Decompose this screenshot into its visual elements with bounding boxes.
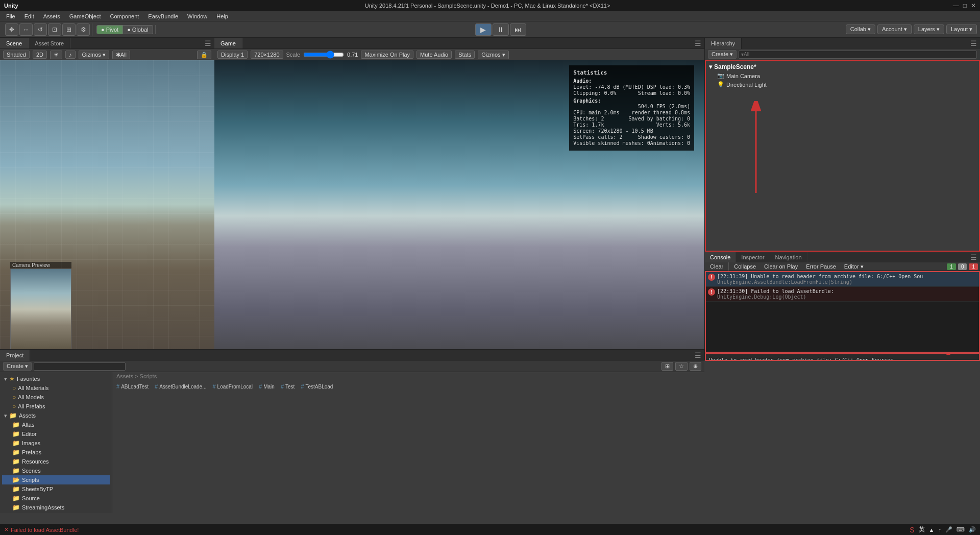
pause-button[interactable]: ⏸ xyxy=(493,23,509,36)
console-message-1[interactable]: ! [22:31:39] Unable to read header from … xyxy=(706,272,979,287)
navigation-tab[interactable]: Navigation xyxy=(770,252,807,262)
file-assetbundleloade[interactable]: # AssetBundleLoade... xyxy=(153,382,208,391)
all-models-item[interactable]: ○ All Models xyxy=(2,393,110,402)
menu-component[interactable]: Component xyxy=(106,12,143,20)
editor-label: Editor xyxy=(22,431,37,437)
resolution-dropdown[interactable]: 720×1280 xyxy=(251,51,283,59)
hierarchy-panel-menu[interactable]: ☰ xyxy=(967,38,980,48)
hierarchy-search[interactable] xyxy=(739,51,977,59)
shaded-dropdown[interactable]: Shaded xyxy=(3,51,30,59)
inspector-tab[interactable]: Inspector xyxy=(736,252,770,262)
2d-button[interactable]: 2D xyxy=(33,51,47,59)
hierarchy-tab[interactable]: Hierarchy xyxy=(705,38,742,49)
scene-canvas: Camera Preview xyxy=(0,60,214,360)
mute-audio-button[interactable]: Mute Audio xyxy=(416,51,452,59)
editor-item[interactable]: 📁 Editor xyxy=(2,429,110,439)
gizmos-dropdown[interactable]: Gizmos ▾ xyxy=(79,51,109,59)
close-button[interactable]: ✕ xyxy=(971,2,976,9)
file-main[interactable]: # Main xyxy=(257,382,277,391)
maximize-button[interactable]: □ xyxy=(963,2,967,9)
project-search[interactable] xyxy=(34,362,126,371)
inspector-panel-menu[interactable]: ☰ xyxy=(967,252,980,262)
console-message-2[interactable]: ! [22:31:30] Failed to load AssetBundle:… xyxy=(706,287,979,302)
menu-edit[interactable]: Edit xyxy=(20,12,38,20)
error-pause-button[interactable]: Error Pause xyxy=(803,263,839,270)
hierarchy-main-camera[interactable]: 📷 Main Camera xyxy=(707,71,978,80)
layers-button[interactable]: Layers ▾ xyxy=(914,25,944,34)
scene-tab[interactable]: Scene xyxy=(0,38,29,48)
clear-button[interactable]: Clear xyxy=(707,263,726,270)
source-item[interactable]: 📁 Source xyxy=(2,494,110,503)
hierarchy-directional-light[interactable]: 💡 Directional Light xyxy=(707,80,978,89)
all-materials-item[interactable]: ○ All Materials xyxy=(2,383,110,393)
scene-toolbar: Shaded 2D ☀ ♪ Gizmos ▾ ✱All 🔒 xyxy=(0,49,214,60)
scale-tool-button[interactable]: ⊡ xyxy=(48,23,61,36)
cs-icon-5: # xyxy=(281,383,284,390)
rotate-tool-button[interactable]: ↺ xyxy=(34,23,47,36)
console-tab[interactable]: Console xyxy=(705,252,736,262)
play-button[interactable]: ▶ xyxy=(475,23,492,36)
sheetsByTP-item[interactable]: 📁 SheetsByTP xyxy=(2,484,110,494)
editor-button[interactable]: Editor ▾ xyxy=(841,263,867,271)
game-panel-menu[interactable]: ☰ xyxy=(692,38,704,48)
hand-tool-button[interactable]: ✥ xyxy=(5,23,18,36)
move-tool-button[interactable]: ↔ xyxy=(19,23,33,36)
project-tab[interactable]: Project xyxy=(0,350,30,361)
rect-tool-button[interactable]: ⊞ xyxy=(62,23,76,36)
all-prefabs-item[interactable]: ○ All Prefabs xyxy=(2,402,110,411)
layout-button[interactable]: Layout ▾ xyxy=(946,25,977,34)
assets-path: Assets > Scripts xyxy=(116,373,157,379)
audio-button[interactable]: ♪ xyxy=(65,51,76,59)
collab-button[interactable]: Collab ▾ xyxy=(846,25,875,34)
maximize-on-play-button[interactable]: Maximize On Play xyxy=(361,51,413,59)
project-create-button[interactable]: Create ▾ xyxy=(3,362,32,371)
all-filter[interactable]: ✱All xyxy=(112,51,130,59)
project-panel-menu[interactable]: ☰ xyxy=(692,350,704,360)
pivot-button[interactable]: ● Pivot xyxy=(97,26,123,34)
hierarchy-scene-item[interactable]: ▾ SampleScene* xyxy=(707,62,978,71)
light-button[interactable]: ☀ xyxy=(50,51,62,59)
clear-on-play-button[interactable]: Clear on Play xyxy=(761,263,801,270)
account-button[interactable]: Account ▾ xyxy=(877,25,912,34)
file-testabload[interactable]: # TestABLoad xyxy=(299,382,335,391)
step-button[interactable]: ⏭ xyxy=(510,23,526,36)
taskbar-arrow-2: ↑ xyxy=(939,527,942,533)
scene-panel-menu[interactable]: ☰ xyxy=(202,38,214,48)
game-tab[interactable]: Game xyxy=(214,38,242,48)
collapse-button[interactable]: Collapse xyxy=(731,263,759,270)
pivot-global-toggle[interactable]: ● Pivot ● Global xyxy=(96,25,153,34)
prefabs-folder-item[interactable]: 📁 Prefabs xyxy=(2,448,110,457)
taskbar-lang: 英 xyxy=(919,525,925,534)
project-icon-btn-1[interactable]: ⊞ xyxy=(662,362,673,371)
transform-tool-button[interactable]: ⚙ xyxy=(77,23,90,36)
project-icon-btn-3[interactable]: ⊕ xyxy=(690,362,701,371)
resources-item[interactable]: 📁 Resources xyxy=(2,457,110,466)
project-icon-btn-2[interactable]: ☆ xyxy=(675,362,688,371)
menu-file[interactable]: File xyxy=(2,12,19,20)
menu-help[interactable]: Help xyxy=(212,12,232,20)
altas-item[interactable]: 📁 Altas xyxy=(2,420,110,429)
scale-slider[interactable] xyxy=(303,51,344,59)
stats-button[interactable]: Stats xyxy=(455,51,475,59)
scripts-item[interactable]: 📂 Scripts xyxy=(2,475,110,484)
file-test[interactable]: # Test xyxy=(279,382,297,391)
gizmos-game-dropdown[interactable]: Gizmos ▾ xyxy=(478,51,508,59)
global-button[interactable]: ● Global xyxy=(123,26,153,34)
asset-store-tab[interactable]: Asset Store xyxy=(29,38,70,48)
file-abloadtest[interactable]: # ABLoadTest xyxy=(114,382,151,391)
menu-easybundle[interactable]: EasyBundle xyxy=(144,12,182,20)
hierarchy-create-button[interactable]: Create ▾ xyxy=(708,50,737,59)
menu-gameobject[interactable]: GameObject xyxy=(65,12,105,20)
console-red-arrow xyxy=(933,353,964,355)
menu-window[interactable]: Window xyxy=(183,12,211,20)
streaming-assets-item[interactable]: 📁 StreamingAssets xyxy=(2,503,110,512)
scene-lock[interactable]: 🔒 xyxy=(197,51,211,59)
texture-packer-item[interactable]: 📁 TexturePacker xyxy=(2,512,110,513)
menu-assets[interactable]: Assets xyxy=(39,12,64,20)
scenes-item[interactable]: 📁 Scenes xyxy=(2,466,110,475)
display-dropdown[interactable]: Display 1 xyxy=(217,51,248,59)
file-loadfromlocal[interactable]: # LoadFromLocal xyxy=(210,382,255,391)
minimize-button[interactable]: — xyxy=(953,2,959,9)
file-label-6: TestABLoad xyxy=(306,384,333,390)
images-item[interactable]: 📁 Images xyxy=(2,439,110,448)
